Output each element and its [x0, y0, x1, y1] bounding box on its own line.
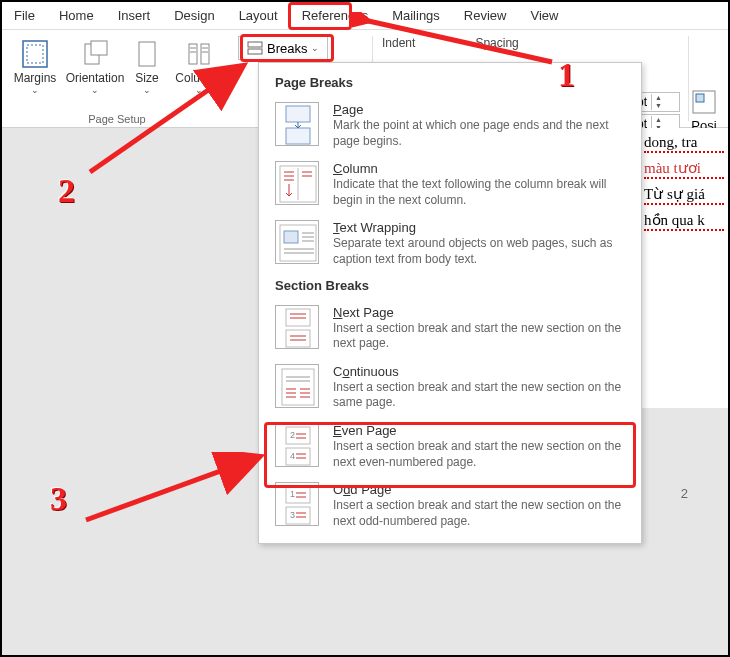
up-arrow-icon[interactable]: ▲ — [652, 116, 665, 124]
spacing-label: Spacing — [475, 36, 518, 50]
margins-button[interactable]: Margins ⌄ — [6, 34, 64, 95]
annotation-2: 2 — [58, 172, 75, 210]
orientation-button[interactable]: Orientation ⌄ — [66, 34, 124, 95]
tab-view[interactable]: View — [518, 2, 570, 29]
position-icon — [688, 86, 720, 118]
next-page-icon — [275, 305, 319, 349]
svg-rect-11 — [248, 42, 262, 47]
position-button[interactable]: Posi — [684, 86, 724, 133]
tab-insert[interactable]: Insert — [106, 2, 163, 29]
odd-page-icon: 13 — [275, 482, 319, 526]
svg-rect-1 — [27, 45, 43, 63]
svg-rect-14 — [696, 94, 704, 102]
size-icon — [131, 38, 163, 70]
page-breaks-header: Page Breaks — [263, 71, 637, 96]
break-page[interactable]: Page Mark the point at which one page en… — [263, 96, 637, 155]
column-break-icon — [275, 161, 319, 205]
size-button[interactable]: Size ⌄ — [126, 34, 168, 95]
svg-rect-15 — [286, 106, 310, 122]
tab-references[interactable]: References — [290, 2, 380, 29]
svg-text:4: 4 — [290, 451, 295, 461]
text-wrapping-icon — [275, 220, 319, 264]
svg-rect-23 — [282, 369, 314, 405]
down-arrow-icon[interactable]: ▼ — [652, 102, 665, 110]
even-page-icon: 24 — [275, 423, 319, 467]
svg-text:3: 3 — [290, 510, 295, 520]
chevron-down-icon: ⌄ — [311, 43, 319, 53]
break-column[interactable]: Column Indicate that the text following … — [263, 155, 637, 214]
break-text-wrapping[interactable]: Text Wrapping Separate text around objec… — [263, 214, 637, 273]
break-odd-page[interactable]: 13 Odd Page Insert a section break and s… — [263, 476, 637, 535]
svg-rect-5 — [189, 44, 197, 64]
page-number: 2 — [681, 486, 688, 501]
section-breaks-header: Section Breaks — [263, 274, 637, 299]
indent-spacing-headers: Indent Spacing — [382, 36, 519, 50]
tab-home[interactable]: Home — [47, 2, 106, 29]
document-area[interactable]: dong, tra màu tươi Từ sự giá hồn qua k — [640, 128, 728, 408]
break-next-page[interactable]: Next Page Insert a section break and sta… — [263, 299, 637, 358]
indent-label: Indent — [382, 36, 415, 50]
svg-rect-20 — [284, 231, 298, 243]
doc-text: hồn qua k — [644, 211, 724, 231]
svg-rect-16 — [286, 128, 310, 144]
svg-rect-3 — [91, 41, 107, 55]
orientation-icon — [79, 38, 111, 70]
arrow-3 — [78, 452, 268, 532]
margins-icon — [19, 38, 51, 70]
columns-icon — [183, 38, 215, 70]
breaks-button[interactable]: Breaks ⌄ — [238, 36, 328, 60]
svg-text:1: 1 — [290, 489, 295, 499]
doc-text: dong, tra — [644, 134, 724, 153]
tab-review[interactable]: Review — [452, 2, 519, 29]
page-setup-label: Page Setup — [88, 113, 146, 125]
svg-rect-12 — [248, 49, 262, 54]
break-even-page[interactable]: 24 Even Page Insert a section break and … — [263, 417, 637, 476]
tab-design[interactable]: Design — [162, 2, 226, 29]
annotation-1: 1 — [558, 56, 575, 94]
breaks-dropdown: Page Breaks Page Mark the point at which… — [258, 62, 642, 544]
columns-button[interactable]: Columns ⌄ — [170, 34, 228, 95]
tab-mailings[interactable]: Mailings — [380, 2, 452, 29]
continuous-icon — [275, 364, 319, 408]
svg-text:2: 2 — [290, 430, 295, 440]
menu-bar: File Home Insert Design Layout Reference… — [2, 2, 728, 30]
doc-text: Từ sự giá — [644, 185, 724, 205]
svg-line-34 — [86, 458, 256, 520]
annotation-3: 3 — [50, 480, 67, 518]
svg-rect-4 — [139, 42, 155, 66]
tab-layout[interactable]: Layout — [227, 2, 290, 29]
break-continuous[interactable]: Continuous Insert a section break and st… — [263, 358, 637, 417]
doc-text: màu tươi — [644, 159, 724, 179]
svg-rect-22 — [286, 330, 310, 347]
breaks-icon — [247, 40, 263, 56]
group-page-setup: Margins ⌄ Orientation ⌄ Size ⌄ Columns ⌄… — [2, 30, 232, 127]
up-arrow-icon[interactable]: ▲ — [652, 94, 665, 102]
svg-rect-6 — [201, 44, 209, 64]
tab-file[interactable]: File — [2, 2, 47, 29]
page-break-icon — [275, 102, 319, 146]
